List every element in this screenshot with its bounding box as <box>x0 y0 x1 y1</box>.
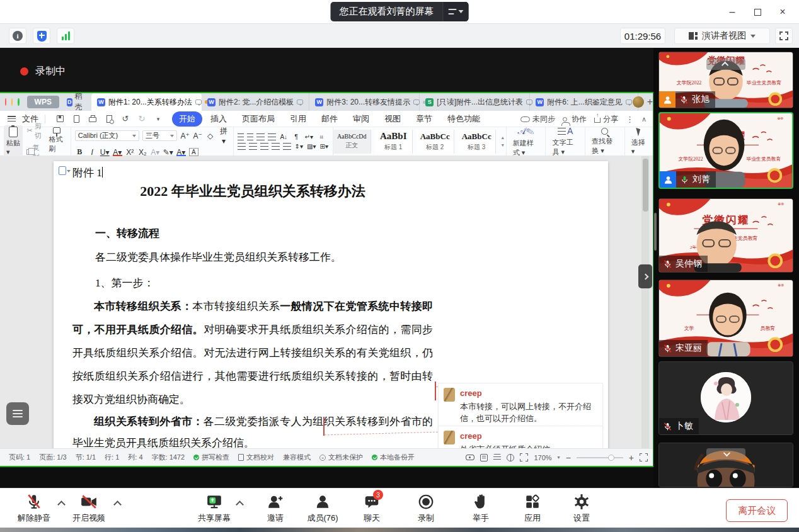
status-word-count[interactable]: 字数: 1472 <box>152 453 185 462</box>
export-button[interactable] <box>71 114 81 124</box>
doc-tab-4[interactable]: S [只读]附件...出信息统计表 <box>420 93 530 111</box>
doc-tab-3[interactable]: W 附件3: 20...转移友情提示 <box>309 93 420 111</box>
shrink-font-button[interactable]: A⁻ <box>193 132 202 140</box>
paste-button[interactable]: 粘贴 ▾ <box>4 125 23 157</box>
ribbon-tab-mailings[interactable]: 邮件 <box>314 111 345 127</box>
save-button[interactable] <box>55 114 65 124</box>
align-center-icon[interactable] <box>249 143 257 150</box>
zoom-out-button[interactable]: − <box>566 453 571 463</box>
unmute-button[interactable]: 解除静音 <box>8 494 60 525</box>
italic-button[interactable]: I <box>88 148 97 157</box>
settings-button[interactable]: 设置 <box>555 494 608 525</box>
document-scrollbar[interactable] <box>641 156 649 448</box>
styles-scroll-down[interactable]: ▾ <box>502 142 504 148</box>
floating-panel-toggle[interactable] <box>6 402 29 425</box>
window-maximize-button[interactable] <box>749 4 766 20</box>
styles-scroll-up[interactable]: ▴ <box>502 135 504 140</box>
page-view-icon[interactable] <box>480 454 488 461</box>
find-replace-button[interactable]: 查找替换 ▾ <box>585 127 625 156</box>
comment-card[interactable]: creep 外省市必须开纸质介绍信。 <box>438 426 603 448</box>
doc-tab-1[interactable]: W 附件1: 20...关系转移办法 <box>91 93 202 111</box>
font-size-select[interactable]: 三号 <box>142 130 177 141</box>
mac-zoom-icon[interactable] <box>18 98 19 106</box>
undo-button[interactable]: ↺ <box>120 114 130 124</box>
start-video-button[interactable]: 开启视频 <box>62 494 115 525</box>
sort-button[interactable]: A↓ <box>279 133 289 140</box>
doc-tab-5[interactable]: W 附件6: 上...织鉴定意见 <box>530 93 638 111</box>
participant-tile-songyali[interactable]: ⊕⊚ 文学 员教育 <box>658 280 793 357</box>
select-button[interactable]: 选择 ▾ <box>625 127 653 156</box>
doc-tab-2[interactable]: W 附件2: 党...介绍信模板 <box>202 93 309 111</box>
record-button[interactable]: 录制 <box>400 494 452 525</box>
superscript-button[interactable]: X² <box>125 148 135 157</box>
new-tab-button[interactable]: + <box>647 96 653 108</box>
comment-card[interactable]: creep 本市转接，可以网上转接，不开介绍信，也可以开介绍信。 <box>438 383 603 429</box>
format-painter-button[interactable]: 格式刷 <box>47 128 67 155</box>
numbering-icon[interactable] <box>247 133 253 140</box>
justify-icon[interactable] <box>272 143 280 150</box>
wps-home-button[interactable]: WPS <box>27 96 59 108</box>
quickbar-dropdown[interactable]: ▾ <box>153 114 163 124</box>
ribbon-tab-home[interactable]: 开始 <box>172 111 202 127</box>
zoom-in-button[interactable]: + <box>629 453 634 463</box>
subscript-button[interactable]: X₂ <box>138 148 147 157</box>
align-right-icon[interactable] <box>260 143 268 150</box>
bullets-icon[interactable] <box>238 133 244 140</box>
sync-status-button[interactable]: 未同步 <box>520 114 555 125</box>
ribbon-tab-view[interactable]: 视图 <box>377 111 408 127</box>
grow-font-button[interactable]: A⁺ <box>180 132 190 140</box>
zoom-slider[interactable] <box>577 457 623 458</box>
view-mode-switcher[interactable]: 演讲者视图 <box>674 28 770 44</box>
sidebar-scrollbar-thumb[interactable] <box>654 213 657 251</box>
zoom-dropdown[interactable]: ▾ <box>558 455 560 460</box>
backup-status[interactable]: 本地备份开 <box>372 453 415 462</box>
ruler-button[interactable]: ⌗ <box>317 133 326 141</box>
more-menu-button[interactable]: ⋮ <box>626 115 634 124</box>
ribbon-tab-section[interactable]: 章节 <box>409 111 439 127</box>
share-screen-button[interactable]: 共享屏幕 <box>188 494 241 525</box>
shading-button[interactable]: ▨▾ <box>307 143 316 150</box>
expand-panel-button[interactable] <box>638 264 652 288</box>
shading-color-button[interactable]: A▾ <box>176 148 186 157</box>
share-options-caret[interactable] <box>236 500 243 506</box>
web-view-icon[interactable] <box>507 454 514 461</box>
invite-button[interactable]: 邀请 <box>249 494 302 525</box>
borders-button[interactable]: ⊞▾ <box>319 143 329 150</box>
compat-mode-status[interactable]: 兼容模式 <box>283 453 311 462</box>
pinyin-button[interactable]: 拼▾ <box>218 126 229 145</box>
ribbon-tab-special[interactable]: 特色功能 <box>440 111 487 127</box>
clear-format-button[interactable]: ◇ <box>205 132 215 140</box>
window-minimize-button[interactable]: – <box>723 4 741 20</box>
wps-account-avatar[interactable] <box>633 96 644 108</box>
redo-button[interactable]: ↻ <box>137 114 147 124</box>
mac-close-icon[interactable] <box>5 98 6 106</box>
docer-tab[interactable]: D稻壳 <box>67 91 85 113</box>
increase-indent-icon[interactable] <box>268 133 276 140</box>
nav-doc-icon[interactable] <box>59 166 66 175</box>
network-quality-button[interactable] <box>57 28 74 44</box>
leave-meeting-button[interactable]: 离开会议 <box>726 499 788 522</box>
scrollbar-thumb[interactable] <box>643 159 648 212</box>
participant-tile-wuzhonggang[interactable]: ⊕⊚ 党徽闪耀 毕业生党员教育 2年6月 <box>658 198 793 273</box>
outline-view-icon[interactable] <box>493 454 501 461</box>
ribbon-tab-pagelayout[interactable]: 页面布局 <box>235 111 282 127</box>
mac-minimize-icon[interactable] <box>11 98 13 106</box>
collaborate-button[interactable]: 协作 <box>563 114 587 125</box>
ribbon-tab-insert[interactable]: 插入 <box>204 111 234 127</box>
show-marks-button[interactable]: ¶ <box>292 133 301 140</box>
document-page[interactable]: 附件 1 2022 年毕业生党员组织关系转移办法 一、转移流程 各二级党委具体操… <box>54 161 608 448</box>
participant-tile-bumin[interactable]: 卜敏 <box>658 361 793 435</box>
participant-tile-next[interactable] <box>658 443 793 487</box>
video-options-caret[interactable] <box>114 500 120 506</box>
zoom-slider-thumb[interactable] <box>608 455 614 461</box>
eye-protect-icon[interactable] <box>466 455 474 460</box>
raise-hand-button[interactable]: 举手 <box>454 494 507 525</box>
banner-menu-button[interactable] <box>444 2 469 21</box>
style-normal[interactable]: AaBbCcDd 正文 <box>333 130 371 154</box>
print-button[interactable] <box>88 114 98 124</box>
align-left-icon[interactable] <box>238 143 246 150</box>
ribbon-tab-review[interactable]: 审阅 <box>346 111 376 127</box>
share-button[interactable]: 分享 <box>594 114 618 125</box>
scroll-down-tiles-button[interactable] <box>706 448 745 460</box>
collapse-tiles-button[interactable] <box>706 59 745 70</box>
